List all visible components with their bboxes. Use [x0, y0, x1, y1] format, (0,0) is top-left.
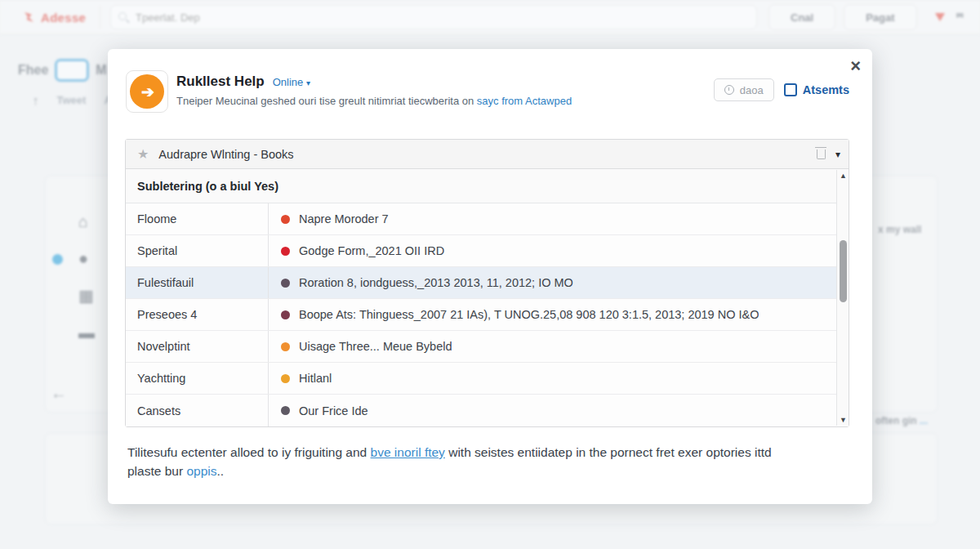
active-indicator-dot: [52, 254, 63, 265]
table-row[interactable]: SperitalGodge Form,_2021 OII IRD: [126, 235, 849, 267]
row-category-label: Novelptint: [126, 331, 269, 362]
results-table: ★ Audrapre Wlnting - Books ▾ Subletering…: [125, 139, 849, 427]
upload-icon: ↑: [33, 93, 39, 107]
dialog-footer-text: Tilitesufu ectenter alloed to iy friguit…: [127, 443, 846, 480]
app-logo[interactable]: Adesse: [23, 11, 95, 25]
search-input[interactable]: [110, 5, 757, 29]
chevron-down-icon[interactable]: ▾: [835, 149, 840, 160]
divider: [100, 6, 100, 29]
attempts-toggle[interactable]: Atsemts: [784, 83, 849, 96]
grid-icon[interactable]: ▦: [78, 286, 95, 306]
table-row[interactable]: YachttingHitlanl: [126, 363, 849, 395]
dialog-subtitle: Tneiper Meucinal geshed ouri tise greult…: [176, 95, 572, 107]
table-title: Audrapre Wlnting - Books: [158, 148, 293, 161]
trash-icon[interactable]: [817, 150, 826, 159]
table-row[interactable]: Preseoes 4Boope Ats: Thinguess_2007 21 I…: [126, 299, 849, 331]
topbar-button-first[interactable]: Cnal: [768, 4, 835, 30]
row-value-text: Napre Moroder 7: [299, 212, 389, 225]
star-icon[interactable]: ★: [137, 146, 149, 162]
send-arrow-icon: ➔: [141, 83, 154, 101]
notification-icon[interactable]: [935, 13, 945, 21]
row-category-label: Fulestifauil: [126, 267, 269, 298]
topbar-button-second[interactable]: Pagat: [844, 4, 916, 30]
free-label: Fhee: [18, 63, 48, 78]
back-arrow-icon[interactable]: ←: [51, 384, 67, 403]
row-value-text: Our Frice Ide: [299, 404, 368, 417]
help-dialog: × ➔ Rukllest Help Online ▾ Tneiper Meuci…: [108, 49, 872, 504]
status-dot-icon: [281, 279, 290, 288]
footer-link-2[interactable]: oppis: [186, 464, 216, 478]
more-link[interactable]: ...: [920, 415, 928, 426]
brand-name: Adesse: [41, 11, 86, 25]
chevron-down-icon: ▾: [306, 78, 310, 87]
table-row[interactable]: CansetsOur Frice Ide: [126, 395, 849, 426]
row-value-text: Hitlanl: [299, 372, 332, 385]
row-value-text: Uisage Three... Meue Bybeld: [299, 340, 452, 353]
m-label: M: [96, 63, 106, 78]
flag-icon[interactable]: [956, 13, 964, 22]
dialog-title: Rukllest Help: [176, 74, 265, 90]
search-icon: [118, 12, 127, 20]
brand-icon: [23, 11, 36, 24]
status-dot-icon: [281, 374, 290, 383]
row-category-label: Cansets: [126, 395, 269, 426]
chat-icon[interactable]: ●: [78, 249, 95, 268]
row-category-label: Preseoes 4: [126, 299, 269, 330]
card-icon[interactable]: ▬: [78, 324, 95, 342]
status-dot-icon: [281, 342, 290, 351]
row-category-label: Floome: [126, 203, 269, 234]
status-dot-icon: [281, 247, 290, 256]
table-header[interactable]: ★ Audrapre Wlnting - Books ▾: [126, 140, 849, 169]
status-dot-icon: [281, 310, 290, 319]
row-category-label: Sperital: [126, 235, 269, 266]
history-button[interactable]: daoa: [714, 78, 774, 101]
table-row[interactable]: FloomeNapre Moroder 7: [126, 203, 849, 235]
toggle-checkbox[interactable]: [55, 59, 89, 82]
row-value-text: Godge Form,_2021 OII IRD: [299, 244, 444, 257]
attempts-checkbox[interactable]: [784, 83, 797, 96]
avatar-circle: ➔: [130, 74, 164, 109]
status-dropdown[interactable]: Online ▾: [273, 76, 310, 88]
status-dot-icon: [281, 406, 290, 415]
row-value-text: Boope Ats: Thinguess_2007 21 IAs), T UNO…: [299, 308, 759, 321]
row-category-label: Yachtting: [126, 363, 269, 394]
scroll-up-icon[interactable]: ▲: [837, 170, 849, 181]
attempts-label: Atsemts: [803, 83, 849, 96]
table-row[interactable]: FulestifauilRoration 8, iondguess,_2013 …: [126, 267, 849, 299]
footer-link-1[interactable]: bve inoril ftey: [371, 445, 445, 459]
close-icon[interactable]: ×: [850, 57, 861, 75]
table-subheader: Subletering (o a biul Yes): [126, 169, 849, 203]
scrollbar-thumb[interactable]: [840, 240, 847, 302]
scroll-down-icon[interactable]: ▼: [837, 414, 849, 426]
background-note: often gin ...: [875, 415, 928, 426]
scrollbar[interactable]: ▲ ▼: [836, 170, 849, 426]
avatar: ➔: [126, 70, 168, 113]
tweet-label: Tweet: [57, 94, 87, 106]
background-note: x my wall: [878, 224, 921, 235]
top-bar: Adesse Cnal Pagat: [0, 0, 980, 34]
status-dot-icon: [281, 215, 290, 224]
home-icon[interactable]: ⌂: [78, 212, 95, 231]
list-rows: FloomeNapre Moroder 7SperitalGodge Form,…: [126, 203, 849, 426]
table-row[interactable]: NovelptintUisage Three... Meue Bybeld: [126, 331, 849, 363]
subtitle-link[interactable]: sayc from Actawped: [477, 95, 572, 107]
row-value-text: Roration 8, iondguess,_2013 2013, 11, 20…: [299, 276, 573, 289]
clock-icon: [724, 85, 734, 95]
